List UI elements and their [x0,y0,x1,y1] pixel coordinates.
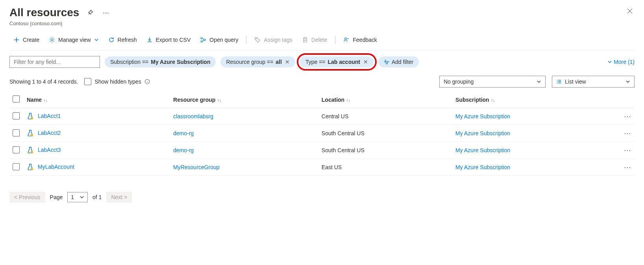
resource-group-link[interactable]: demo-rg [173,147,194,153]
row-more-button[interactable]: ⋯ [624,146,631,154]
pill-remove-icon[interactable]: ✕ [285,59,290,65]
row-checkbox[interactable] [13,163,20,170]
subscription-link[interactable]: My Azure Subscription [455,147,510,153]
add-filter-label: Add filter [392,59,413,65]
row-checkbox[interactable] [13,146,20,153]
ellipsis-icon: ⋯ [103,9,110,17]
subscription-link[interactable]: My Azure Subscription [455,130,510,136]
subscription-link[interactable]: My Azure Subscription [455,113,510,119]
svg-point-7 [31,117,33,119]
assign-tags-button: Assign tags [250,34,296,45]
col-resource-group[interactable]: Resource group↑↓ [170,91,318,108]
trash-icon [302,37,308,43]
page-total: of 1 [93,194,102,200]
export-csv-button[interactable]: Export to CSV [142,34,195,45]
lab-account-icon [27,146,34,153]
pagination: < Previous Page 1 of 1 Next > [9,192,635,203]
refresh-label: Refresh [118,37,137,43]
next-button: Next > [106,192,132,203]
resource-name-link[interactable]: LabAcct1 [38,113,61,119]
page-select[interactable]: 1 [67,192,88,202]
pill-label: Resource group == [226,59,273,65]
manage-view-label: Manage view [58,37,91,43]
close-icon [627,8,633,14]
resource-group-link[interactable]: classroomlabsrg [173,113,213,119]
feedback-label: Feedback [353,37,377,43]
svg-point-5 [345,38,347,40]
export-csv-label: Export to CSV [156,37,191,43]
pin-icon [87,9,93,16]
subscription-link[interactable]: My Azure Subscription [455,164,510,170]
open-query-label: Open query [209,37,238,43]
pill-value: all [276,59,282,65]
resource-name-link[interactable]: LabAcct3 [38,147,61,153]
table-row: LabAcct2demo-rgSouth Central USMy Azure … [9,125,635,142]
download-icon [146,37,153,43]
filter-add-icon [384,59,389,65]
col-location[interactable]: Location↑↓ [318,91,452,108]
add-filter-button[interactable]: Add filter [378,56,419,67]
col-name[interactable]: Name↑↓ [24,91,170,108]
gear-icon [49,37,55,43]
pill-remove-icon[interactable]: ✕ [363,59,368,65]
resources-table: Name↑↓ Resource group↑↓ Location↑↓ Subsc… [9,91,635,176]
svg-point-2 [204,39,205,41]
view-select[interactable]: List view [552,76,635,88]
sort-icon: ↑↓ [217,98,221,103]
pill-label: Type == [305,59,326,65]
pill-value: Lab account [328,59,360,65]
feedback-button[interactable]: Feedback [339,34,381,45]
lab-account-icon [27,129,34,136]
query-icon [200,37,206,43]
svg-point-8 [31,134,33,136]
grouping-value: No grouping [444,78,474,85]
delete-button: Delete [298,34,331,45]
row-checkbox[interactable] [13,112,20,119]
status-bar: Showing 1 to 4 of 4 records. Show hidden… [9,76,635,88]
page-number: 1 [71,194,74,200]
chevron-down-icon [537,79,541,84]
lab-account-icon [27,163,34,170]
svg-point-0 [51,39,53,41]
filter-input[interactable] [9,56,100,68]
page-label: Page [50,194,63,200]
separator [246,36,246,44]
manage-view-button[interactable]: Manage view [45,34,103,45]
resource-name-link[interactable]: MyLabAccount [38,164,74,170]
refresh-button[interactable]: Refresh [104,34,141,45]
filter-pill-subscription[interactable]: Subscription == My Azure Subscription [105,56,216,67]
select-all-checkbox[interactable] [13,95,20,103]
sort-icon: ↑↓ [346,98,350,103]
row-more-button[interactable]: ⋯ [624,129,631,137]
resource-name-link[interactable]: LabAcct2 [38,130,61,136]
pin-button[interactable] [85,8,95,17]
close-button[interactable] [625,6,635,16]
list-icon [556,79,562,84]
filter-bar: Subscription == My Azure Subscription Re… [9,56,635,68]
table-row: LabAcct3demo-rgSouth Central USMy Azure … [9,142,635,159]
more-filters-link[interactable]: More (1) [607,59,635,65]
col-subscription[interactable]: Subscription↑↓ [452,91,619,108]
chevron-down-icon [80,195,84,200]
row-more-button[interactable]: ⋯ [624,163,631,171]
previous-button: < Previous [9,192,45,203]
delete-label: Delete [311,37,327,43]
location-text: South Central US [322,147,365,153]
filter-pill-type[interactable]: Type == Lab account ✕ [300,56,374,67]
refresh-icon [108,37,115,43]
more-actions-button[interactable]: ⋯ [101,7,111,18]
grouping-select[interactable]: No grouping [439,76,546,88]
info-icon[interactable] [144,79,150,84]
resource-group-link[interactable]: demo-rg [173,130,194,136]
pill-value: My Azure Subscription [151,59,210,65]
row-more-button[interactable]: ⋯ [624,112,631,120]
more-label: More (1) [614,59,635,65]
row-checkbox[interactable] [13,129,20,136]
svg-point-3 [201,41,202,42]
filter-pill-resource-group[interactable]: Resource group == all ✕ [220,56,295,67]
show-hidden-checkbox[interactable] [84,78,91,85]
resource-group-link[interactable]: MyResourceGroup [173,164,220,170]
create-button[interactable]: Create [9,34,43,45]
lab-account-icon [27,112,34,119]
open-query-button[interactable]: Open query [196,34,242,45]
